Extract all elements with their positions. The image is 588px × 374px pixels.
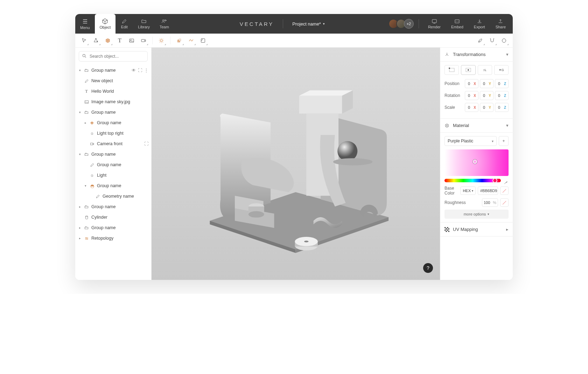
color-mode-select[interactable]: HEX▾	[460, 186, 476, 195]
tree-row-object[interactable]: Group name	[75, 160, 151, 170]
tab-object[interactable]: Object	[95, 14, 116, 34]
tree-row-group[interactable]: ▾🗀Group name	[75, 149, 151, 160]
project-name-dropdown[interactable]: Project name* ▾	[292, 21, 325, 27]
snap-toggle[interactable]	[487, 35, 497, 46]
eye-icon[interactable]: 👁	[132, 68, 136, 73]
position-y-input[interactable]: 0Y	[480, 79, 493, 88]
camera-icon	[89, 142, 95, 146]
position-x-input[interactable]: 0X	[465, 79, 478, 88]
share-button[interactable]: Share	[491, 19, 510, 29]
frame-icon[interactable]: ⛶	[144, 141, 148, 146]
rotation-y-input[interactable]: 0Y	[480, 91, 493, 100]
tab-menu[interactable]: ☰ Menu	[75, 14, 95, 34]
collaborator-avatars[interactable]: +2	[391, 19, 414, 29]
embed-button[interactable]: Embed	[447, 19, 468, 29]
tab-library[interactable]: Library	[133, 14, 155, 34]
svg-point-9	[160, 40, 162, 42]
svg-point-0	[163, 20, 164, 21]
tree-row-group[interactable]: ▾🗀Group name👁⛶⋮	[75, 65, 151, 76]
lock-icon[interactable]: ⛶	[138, 68, 142, 73]
topbar-right: +2 Render Embed Export Share	[391, 14, 513, 34]
svg-point-32	[468, 69, 469, 71]
text-icon: T	[84, 89, 89, 94]
tree-row-light[interactable]: ☼Light top right	[75, 128, 151, 139]
svg-rect-18	[299, 96, 342, 114]
tree-row-camera[interactable]: Camera front⛶	[75, 139, 151, 149]
brand-logo: VECTARY	[240, 21, 274, 27]
vector-tool[interactable]	[91, 35, 101, 46]
panel-transform-header[interactable]: Transformations ▾	[440, 48, 513, 62]
tree-row-group[interactable]: ▾🗀Group name	[75, 107, 151, 118]
tree-row-cylinder[interactable]: Cylinder	[75, 212, 151, 223]
constraint-tool[interactable]	[174, 35, 184, 46]
leaf-toggle[interactable]	[475, 35, 485, 46]
toolbar-divider	[152, 37, 153, 44]
image-tool[interactable]	[126, 35, 137, 46]
rotation-x-input[interactable]: 0X	[465, 91, 478, 100]
tree-row-group[interactable]: ▸🗀Group name	[75, 202, 151, 212]
tab-edit[interactable]: Edit	[115, 14, 133, 34]
download-icon	[477, 19, 482, 24]
camera-tool[interactable]	[138, 35, 149, 46]
panel-uv-header[interactable]: UV Mapping ▸	[440, 223, 513, 237]
color-hex-input[interactable]: #BB6BD9	[478, 186, 498, 195]
hue-knob[interactable]	[492, 178, 497, 183]
tab-team[interactable]: Team	[155, 14, 174, 34]
text-tool[interactable]: T	[114, 35, 125, 46]
tree-row-object[interactable]: New object	[75, 76, 151, 86]
avatar-more[interactable]: +2	[404, 19, 414, 29]
more-icon[interactable]: ⋮	[144, 68, 148, 73]
cursor-tool[interactable]	[79, 35, 89, 46]
tree-row-text[interactable]: THello World	[75, 86, 151, 97]
pen-icon	[89, 163, 95, 167]
scale-z-input[interactable]: 0Z	[495, 103, 509, 112]
tree-row-geometry[interactable]: Geometry name	[75, 191, 151, 202]
tree-row-retopology[interactable]: ▸≋Retopology	[75, 233, 151, 244]
tab-object-label: Object	[100, 25, 111, 29]
pivot-topleft[interactable]	[444, 65, 459, 75]
properties-panel: Transformations ▾ ↕L ✦G Position 0X 0Y 0…	[440, 48, 513, 280]
basecolor-texture-button[interactable]	[500, 186, 509, 195]
image-icon	[84, 100, 89, 104]
primitive-tool[interactable]	[103, 35, 113, 46]
pivot-local[interactable]: ↕L	[478, 65, 492, 75]
tree-row-group[interactable]: ▸🗀Group name	[75, 223, 151, 233]
light-tool[interactable]	[156, 35, 167, 46]
roughness-input[interactable]: 100%	[482, 198, 498, 207]
modifier-tool[interactable]	[198, 35, 208, 46]
roughness-texture-button[interactable]	[500, 198, 509, 207]
export-button[interactable]: Export	[470, 19, 489, 29]
tree-row-light[interactable]: ☼Light	[75, 170, 151, 181]
chevron-down-icon: ▾	[506, 52, 509, 57]
toolbar-divider	[170, 37, 170, 44]
color-picker-field[interactable]	[444, 149, 509, 176]
search-input[interactable]	[79, 51, 148, 62]
pivot-global[interactable]: ✦G	[494, 65, 509, 75]
viewport-3d[interactable]: ?	[152, 48, 440, 280]
share-label: Share	[496, 25, 506, 29]
tree-row-image[interactable]: Image name sky.jpg	[75, 97, 151, 107]
pivot-center[interactable]	[461, 65, 475, 75]
rotation-z-input[interactable]: 0Z	[495, 91, 509, 100]
help-button[interactable]: ?	[423, 263, 433, 273]
tree-row-group[interactable]: ▾◓Group name	[75, 181, 151, 191]
search-icon	[82, 54, 87, 58]
hue-slider[interactable]	[444, 179, 501, 182]
more-options-button[interactable]: more options▾	[444, 210, 509, 219]
eyedropper-icon[interactable]	[504, 180, 509, 185]
position-z-input[interactable]: 0Z	[495, 79, 509, 88]
pen-icon	[84, 79, 89, 83]
render-button[interactable]: Render	[424, 19, 445, 29]
add-material-button[interactable]: +	[499, 136, 509, 146]
svg-rect-11	[179, 39, 181, 41]
scale-y-input[interactable]: 0Y	[480, 103, 493, 112]
tab-menu-label: Menu	[80, 26, 90, 30]
deform-tool[interactable]	[186, 35, 196, 46]
scale-x-input[interactable]: 0X	[465, 103, 478, 112]
axis-icon	[444, 52, 449, 57]
tree-row-group[interactable]: ▸❖Group name	[75, 118, 151, 128]
panel-material-header[interactable]: Material ▾	[440, 119, 513, 133]
view-toggle[interactable]	[499, 35, 509, 46]
material-dropdown[interactable]: Purple Plastic▾	[444, 136, 497, 146]
svg-point-14	[83, 54, 85, 57]
